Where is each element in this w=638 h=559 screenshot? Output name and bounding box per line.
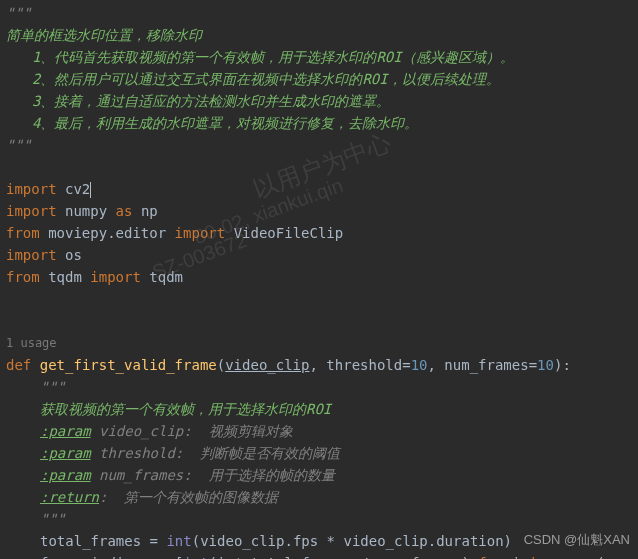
docstring-close: """ bbox=[4, 508, 638, 530]
import-cv2[interactable]: import cv2 bbox=[4, 178, 638, 200]
doc-close-quote: """ bbox=[4, 134, 638, 156]
doc-step-3: 3、接着，通过自适应的方法检测水印并生成水印的遮罩。 bbox=[4, 90, 638, 112]
docstring-open: """ bbox=[4, 376, 638, 398]
import-os[interactable]: import os bbox=[4, 244, 638, 266]
import-numpy[interactable]: import numpy as np bbox=[4, 200, 638, 222]
text-cursor bbox=[90, 182, 91, 198]
docstring-param-threshold: :param threshold: 判断帧是否有效的阈值 bbox=[4, 442, 638, 464]
function-def[interactable]: def get_first_valid_frame(video_clip, th… bbox=[4, 354, 638, 376]
code-comment: """ bbox=[4, 2, 638, 24]
doc-intro: 简单的框选水印位置，移除水印 bbox=[4, 24, 638, 46]
csdn-credit: CSDN @仙魁XAN bbox=[524, 529, 630, 551]
docstring-desc: 获取视频的第一个有效帧，用于选择水印的ROI bbox=[4, 398, 638, 420]
usage-hint: 1 usage bbox=[4, 332, 638, 354]
doc-step-2: 2、然后用户可以通过交互式界面在视频中选择水印的ROI，以便后续处理。 bbox=[4, 68, 638, 90]
doc-step-1: 1、代码首先获取视频的第一个有效帧，用于选择水印的ROI（感兴趣区域）。 bbox=[4, 46, 638, 68]
docstring-return: :return: 第一个有效帧的图像数据 bbox=[4, 486, 638, 508]
doc-step-4: 4、最后，利用生成的水印遮罩，对视频进行修复，去除水印。 bbox=[4, 112, 638, 134]
frame-indices-line[interactable]: frame_indices = [int(i * total_frames / … bbox=[4, 552, 638, 559]
import-moviepy[interactable]: from moviepy.editor import VideoFileClip bbox=[4, 222, 638, 244]
docstring-param-numframes: :param num_frames: 用于选择的帧的数量 bbox=[4, 464, 638, 486]
docstring-param-video: :param video_clip: 视频剪辑对象 bbox=[4, 420, 638, 442]
import-tqdm[interactable]: from tqdm import tqdm bbox=[4, 266, 638, 288]
